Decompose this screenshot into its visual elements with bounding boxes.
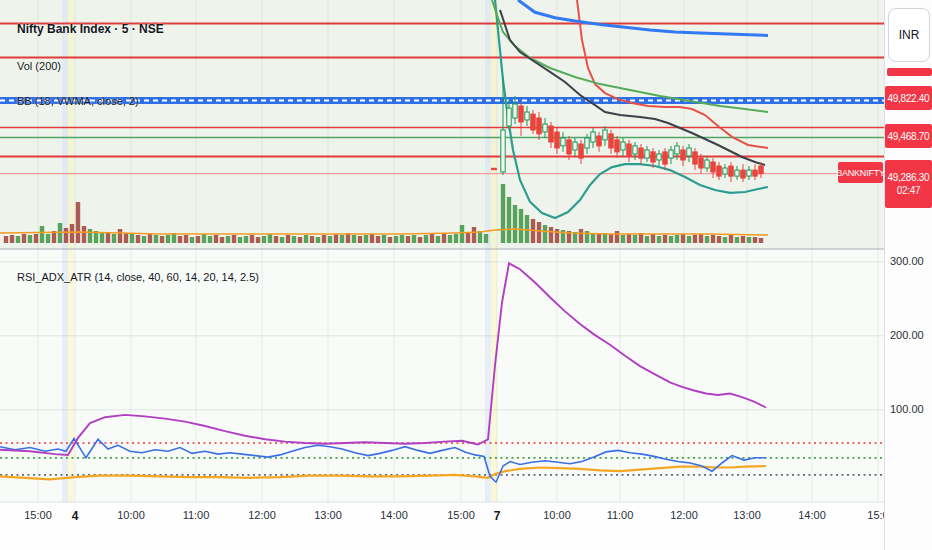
time-tick-day: 7 — [494, 509, 501, 523]
volume-indicator-legend[interactable]: Vol (200) — [17, 60, 61, 72]
time-tick: 11:00 — [607, 509, 634, 521]
rsi-adx-atr-legend[interactable]: RSI_ADX_ATR (14, close, 40, 60, 14, 20, … — [17, 271, 259, 283]
time-tick: 13:00 — [733, 509, 761, 521]
bollinger-band-legend[interactable]: BB (18, VWMA, close, 2) — [17, 95, 139, 107]
currency-button[interactable]: INR — [888, 8, 930, 62]
bar-countdown: 02:47 — [897, 185, 921, 196]
mid-level-price-tag: 49,468.70 — [885, 124, 932, 148]
compressed-price-tag — [887, 68, 932, 76]
indicator-axis-label-100: 100.00 — [890, 403, 924, 415]
time-tick: 12:00 — [248, 509, 276, 521]
pane-backgrounds — [0, 0, 932, 502]
indicator-axis-label-200: 200.00 — [890, 329, 924, 341]
time-tick: 15:00 — [24, 509, 52, 521]
time-tick: 11:00 — [183, 509, 210, 521]
symbol-price-tag: BANKNIFTY — [838, 162, 883, 183]
symbol-legend[interactable]: Nifty Bank Index · 5 · NSE — [17, 22, 164, 36]
price-axis[interactable]: INR 49,822.40 49,468.70 49,286.30 02:47 … — [884, 0, 932, 550]
time-tick-day: 4 — [72, 509, 79, 523]
upper-level-price-tag: 49,822.40 — [885, 86, 932, 110]
time-tick: 14:00 — [380, 509, 408, 521]
last-price-tag: 49,286.30 02:47 — [885, 160, 932, 208]
time-tick: 14:00 — [798, 509, 826, 521]
time-tick: 10:00 — [543, 509, 571, 521]
last-price-value: 49,286.30 — [888, 172, 930, 183]
time-tick: 15:00 — [447, 509, 475, 521]
time-tick: 13:00 — [314, 509, 342, 521]
time-axis[interactable]: 15:00410:0011:0012:0013:0014:0015:00710:… — [0, 503, 884, 550]
time-tick: 12:00 — [670, 509, 698, 521]
trading-chart-window: Nifty Bank Index · 5 · NSE Vol (200) BB … — [0, 0, 932, 550]
indicator-axis-label-300: 300.00 — [890, 255, 924, 267]
time-tick: 10:00 — [117, 509, 145, 521]
